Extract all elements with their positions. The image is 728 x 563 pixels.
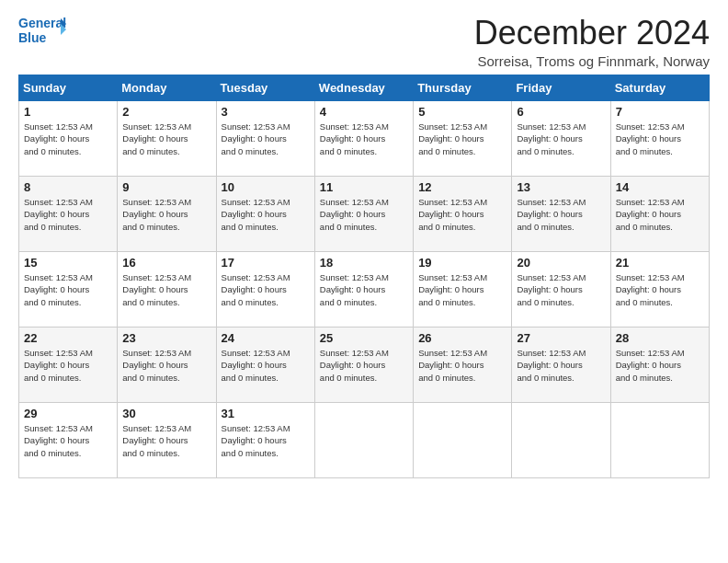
day-info: Sunset: 12:53 AM Daylight: 0 hours and 0… <box>616 271 704 309</box>
calendar-table: Sunday Monday Tuesday Wednesday Thursday… <box>18 75 710 478</box>
day-info: Sunset: 12:53 AM Daylight: 0 hours and 0… <box>222 196 310 234</box>
day-number: 11 <box>320 180 408 194</box>
calendar-week-2: 8Sunset: 12:53 AM Daylight: 0 hours and … <box>19 176 710 251</box>
svg-text:Blue: Blue <box>18 30 47 45</box>
day-number: 4 <box>320 105 408 119</box>
day-info: Sunset: 12:53 AM Daylight: 0 hours and 0… <box>222 271 310 309</box>
day-number: 20 <box>517 256 605 270</box>
calendar-week-4: 22Sunset: 12:53 AM Daylight: 0 hours and… <box>19 327 710 402</box>
calendar-header-row: Sunday Monday Tuesday Wednesday Thursday… <box>19 75 710 100</box>
day-number: 10 <box>222 180 310 194</box>
calendar-cell: 26Sunset: 12:53 AM Daylight: 0 hours and… <box>414 327 512 402</box>
day-number: 21 <box>616 256 704 270</box>
day-info: Sunset: 12:53 AM Daylight: 0 hours and 0… <box>24 196 112 234</box>
day-info: Sunset: 12:53 AM Daylight: 0 hours and 0… <box>122 422 210 460</box>
calendar-cell: 31Sunset: 12:53 AM Daylight: 0 hours and… <box>216 402 314 477</box>
calendar-cell: 4Sunset: 12:53 AM Daylight: 0 hours and … <box>314 100 413 176</box>
day-info: Sunset: 12:53 AM Daylight: 0 hours and 0… <box>517 347 605 385</box>
calendar-cell: 3Sunset: 12:53 AM Daylight: 0 hours and … <box>216 100 314 176</box>
calendar-cell: 16Sunset: 12:53 AM Daylight: 0 hours and… <box>118 251 216 327</box>
day-number: 18 <box>320 256 408 270</box>
day-number: 19 <box>418 256 506 270</box>
calendar-cell: 20Sunset: 12:53 AM Daylight: 0 hours and… <box>512 251 610 327</box>
day-info: Sunset: 12:53 AM Daylight: 0 hours and 0… <box>320 347 408 385</box>
logo: General Blue <box>18 15 66 48</box>
day-info: Sunset: 12:53 AM Daylight: 0 hours and 0… <box>418 196 506 234</box>
calendar-cell <box>414 402 512 477</box>
day-number: 28 <box>616 331 704 345</box>
day-number: 12 <box>418 180 506 194</box>
day-number: 5 <box>418 105 506 119</box>
day-number: 3 <box>222 105 310 119</box>
day-info: Sunset: 12:53 AM Daylight: 0 hours and 0… <box>222 422 310 460</box>
day-number: 1 <box>24 105 112 119</box>
calendar-cell: 7Sunset: 12:53 AM Daylight: 0 hours and … <box>610 100 709 176</box>
header: General Blue December 2024 Sorreisa, Tro… <box>18 15 710 69</box>
day-number: 17 <box>222 256 310 270</box>
day-info: Sunset: 12:53 AM Daylight: 0 hours and 0… <box>616 196 704 234</box>
calendar-cell: 17Sunset: 12:53 AM Daylight: 0 hours and… <box>216 251 314 327</box>
col-friday: Friday <box>512 75 610 100</box>
day-info: Sunset: 12:53 AM Daylight: 0 hours and 0… <box>320 271 408 309</box>
day-info: Sunset: 12:53 AM Daylight: 0 hours and 0… <box>122 121 210 158</box>
calendar-cell: 29Sunset: 12:53 AM Daylight: 0 hours and… <box>19 402 118 477</box>
day-number: 23 <box>122 331 210 345</box>
svg-text:General: General <box>18 16 66 30</box>
day-info: Sunset: 12:53 AM Daylight: 0 hours and 0… <box>418 271 506 309</box>
calendar-cell: 12Sunset: 12:53 AM Daylight: 0 hours and… <box>414 176 512 251</box>
col-sunday: Sunday <box>19 75 118 100</box>
col-monday: Monday <box>118 75 216 100</box>
location-title: Sorreisa, Troms og Finnmark, Norway <box>474 53 710 69</box>
month-title: December 2024 <box>474 15 710 52</box>
day-number: 9 <box>122 180 210 194</box>
calendar-cell: 23Sunset: 12:53 AM Daylight: 0 hours and… <box>118 327 216 402</box>
day-info: Sunset: 12:53 AM Daylight: 0 hours and 0… <box>517 196 605 234</box>
calendar-cell: 22Sunset: 12:53 AM Daylight: 0 hours and… <box>19 327 118 402</box>
day-number: 31 <box>222 407 310 420</box>
calendar-cell: 9Sunset: 12:53 AM Daylight: 0 hours and … <box>118 176 216 251</box>
day-info: Sunset: 12:53 AM Daylight: 0 hours and 0… <box>222 347 310 385</box>
col-thursday: Thursday <box>414 75 512 100</box>
calendar-cell: 6Sunset: 12:53 AM Daylight: 0 hours and … <box>512 100 610 176</box>
calendar-cell: 25Sunset: 12:53 AM Daylight: 0 hours and… <box>314 327 413 402</box>
calendar-cell: 15Sunset: 12:53 AM Daylight: 0 hours and… <box>19 251 118 327</box>
day-info: Sunset: 12:53 AM Daylight: 0 hours and 0… <box>222 121 310 158</box>
calendar-cell: 21Sunset: 12:53 AM Daylight: 0 hours and… <box>610 251 709 327</box>
day-info: Sunset: 12:53 AM Daylight: 0 hours and 0… <box>616 121 704 158</box>
day-info: Sunset: 12:53 AM Daylight: 0 hours and 0… <box>122 196 210 234</box>
day-info: Sunset: 12:53 AM Daylight: 0 hours and 0… <box>320 196 408 234</box>
col-saturday: Saturday <box>610 75 709 100</box>
calendar-week-5: 29Sunset: 12:53 AM Daylight: 0 hours and… <box>19 402 710 477</box>
logo-svg: General Blue <box>18 15 66 48</box>
calendar-cell: 24Sunset: 12:53 AM Daylight: 0 hours and… <box>216 327 314 402</box>
day-info: Sunset: 12:53 AM Daylight: 0 hours and 0… <box>122 271 210 309</box>
col-tuesday: Tuesday <box>216 75 314 100</box>
calendar-cell: 1Sunset: 12:53 AM Daylight: 0 hours and … <box>19 100 118 176</box>
day-info: Sunset: 12:53 AM Daylight: 0 hours and 0… <box>418 347 506 385</box>
day-info: Sunset: 12:53 AM Daylight: 0 hours and 0… <box>320 121 408 158</box>
calendar-week-3: 15Sunset: 12:53 AM Daylight: 0 hours and… <box>19 251 710 327</box>
day-info: Sunset: 12:53 AM Daylight: 0 hours and 0… <box>122 347 210 385</box>
day-number: 22 <box>24 331 112 345</box>
calendar-cell: 2Sunset: 12:53 AM Daylight: 0 hours and … <box>118 100 216 176</box>
calendar-cell: 14Sunset: 12:53 AM Daylight: 0 hours and… <box>610 176 709 251</box>
day-number: 29 <box>24 407 112 420</box>
calendar-cell: 27Sunset: 12:53 AM Daylight: 0 hours and… <box>512 327 610 402</box>
day-number: 8 <box>24 180 112 194</box>
calendar-cell <box>314 402 413 477</box>
day-number: 2 <box>122 105 210 119</box>
calendar-cell: 30Sunset: 12:53 AM Daylight: 0 hours and… <box>118 402 216 477</box>
day-info: Sunset: 12:53 AM Daylight: 0 hours and 0… <box>517 271 605 309</box>
day-info: Sunset: 12:53 AM Daylight: 0 hours and 0… <box>24 121 112 158</box>
calendar-cell: 8Sunset: 12:53 AM Daylight: 0 hours and … <box>19 176 118 251</box>
day-number: 30 <box>122 407 210 420</box>
day-info: Sunset: 12:53 AM Daylight: 0 hours and 0… <box>24 422 112 460</box>
day-number: 24 <box>222 331 310 345</box>
day-info: Sunset: 12:53 AM Daylight: 0 hours and 0… <box>418 121 506 158</box>
day-number: 14 <box>616 180 704 194</box>
col-wednesday: Wednesday <box>314 75 413 100</box>
calendar-cell: 28Sunset: 12:53 AM Daylight: 0 hours and… <box>610 327 709 402</box>
calendar-week-1: 1Sunset: 12:53 AM Daylight: 0 hours and … <box>19 100 710 176</box>
day-number: 27 <box>517 331 605 345</box>
calendar-cell <box>610 402 709 477</box>
